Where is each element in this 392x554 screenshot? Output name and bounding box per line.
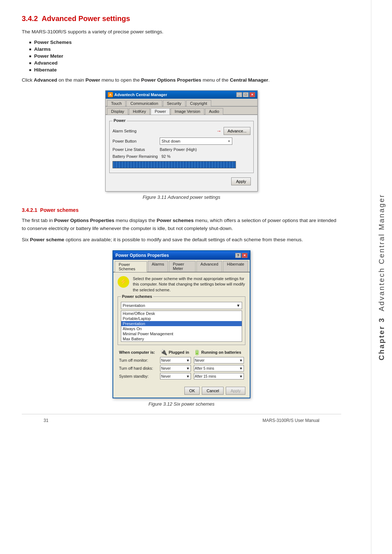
tab-image-version[interactable]: Image Version (171, 108, 204, 115)
monitor-battery-dropdown[interactable]: Never ▼ (194, 357, 244, 364)
alarm-setting-row: Alarm Setting → Advance... (113, 127, 250, 135)
dialog-footer: Apply (109, 175, 254, 188)
disks-plugged-dropdown[interactable]: Never ▼ (160, 365, 191, 372)
section-3421-para2: Six Power scheme options are available; … (22, 236, 341, 244)
power-close-button[interactable]: ✕ (242, 253, 248, 258)
tab-audio[interactable]: Audio (205, 108, 223, 115)
monitor-plugged-dropdown[interactable]: Never ▼ (160, 357, 191, 364)
power-tab-meter[interactable]: Power Meter (169, 261, 196, 272)
dialog-body: Power Alarm Setting → Advance... Power B… (106, 115, 257, 191)
scheme-item-minimal[interactable]: Minimal Power Management (121, 331, 242, 336)
power-ok-button[interactable]: OK (184, 387, 200, 395)
manual-title: MARS-3100R/S User Manual (262, 418, 319, 423)
power-dialog-intro: ⚡ Select the power scheme with the most … (118, 276, 245, 293)
power-schemes-group: Power schemes Presentation ▼ Home/Office… (118, 296, 245, 345)
power-titlebar-controls: ? ✕ (235, 253, 248, 258)
subheading-title: Power schemes (40, 207, 79, 213)
scheme-item-alwayson[interactable]: Always On (121, 326, 242, 331)
heading-title: Advanced Power settings (42, 15, 130, 22)
advantech-central-manager-dialog: A Advantech Central Manager _ □ ✕ Touch … (105, 90, 258, 192)
standby-label: System standby: (118, 372, 159, 380)
disks-label: Turn off hard disks: (118, 364, 159, 372)
power-dialog-body: ⚡ Select the power scheme with the most … (113, 272, 250, 384)
mini-dropdown-arrow-icon: ▼ (186, 358, 190, 362)
mini-dropdown-arrow-icon5: ▼ (186, 374, 190, 378)
col-header-battery: 🔋 Running on batteries (192, 348, 245, 356)
scheme-item-home[interactable]: Home/Office Desk (121, 311, 242, 316)
section-heading-3421: 3.4.2.1 Power schemes (22, 207, 341, 213)
list-item: Advanced (29, 60, 341, 66)
power-tab-hibernate[interactable]: Hibernate (223, 261, 248, 272)
section-heading-342: 3.4.2 Advanced Power settings (22, 15, 341, 23)
schemes-dropdown[interactable]: Presentation ▼ (121, 302, 242, 309)
schemes-list: Home/Office Desk Portable/Laptop Present… (121, 311, 242, 342)
power-group-box: Power Alarm Setting → Advance... Power B… (109, 121, 254, 173)
table-row-monitor: Turn off monitor: Never ▼ Never (118, 356, 245, 364)
tab-communication[interactable]: Communication (126, 100, 162, 106)
advance-button[interactable]: Advance... (224, 127, 250, 135)
list-item: Power Schemes (29, 40, 341, 45)
power-line-value: Battery Power (High) (160, 147, 197, 152)
disks-battery-dropdown[interactable]: After 5 mins ▼ (194, 365, 244, 372)
tab-security[interactable]: Security (163, 100, 185, 106)
apply-button[interactable]: Apply (231, 177, 251, 185)
scheme-item-portable[interactable]: Portable/Laptop (121, 316, 242, 321)
power-cancel-button[interactable]: Cancel (202, 387, 224, 395)
standby-battery-dropdown[interactable]: After 15 mins ▼ (194, 373, 244, 379)
tab-power[interactable]: Power (151, 108, 170, 115)
close-button[interactable]: ✕ (249, 92, 255, 97)
list-item: Alarms (29, 46, 341, 52)
dialog-tabs-row1: Touch Communication Security Copyright (106, 99, 257, 107)
scheme-item-maxbattery[interactable]: Max Battery (121, 336, 242, 341)
figure-3-11-caption: Figure 3.11 Advanced power settings (143, 194, 220, 200)
mini-dropdown-arrow-icon6: ▼ (239, 374, 243, 378)
power-intro-icon: ⚡ (118, 276, 129, 288)
mini-dropdown-arrow-icon3: ▼ (186, 366, 190, 370)
minimize-button[interactable]: _ (236, 92, 242, 97)
power-tab-schemes[interactable]: Power Schemes (115, 261, 147, 272)
power-apply-button[interactable]: Apply (226, 387, 245, 395)
dialog-titlebar: A Advantech Central Manager _ □ ✕ (106, 91, 257, 99)
chapter-sidebar-text: Chapter 3 Advantech Central Manager (377, 194, 386, 360)
tab-copyright[interactable]: Copyright (186, 100, 211, 106)
mini-dropdown-arrow-icon4: ▼ (239, 366, 243, 370)
tab-hotkey[interactable]: HotKey (129, 108, 150, 115)
help-button[interactable]: ? (235, 253, 241, 258)
scheme-item-presentation[interactable]: Presentation (121, 321, 242, 326)
titlebar-controls: _ □ ✕ (236, 92, 255, 97)
dialog-tabs-row2: Display HotKey Power Image Version Audio (106, 107, 257, 115)
power-button-dropdown[interactable]: Shut down ▼ (160, 138, 232, 145)
power-options-dialog: Power Options Properties ? ✕ Power Schem… (113, 250, 250, 398)
dropdown-arrow-icon: ▼ (228, 140, 230, 143)
power-settings-table: When computer is: 🔌 Plugged in 🔋 (118, 348, 245, 380)
table-row-standby: System standby: Never ▼ After 15 mins (118, 372, 245, 380)
col-header-plugged: 🔌 Plugged in (159, 348, 192, 356)
battery-remaining-value: 92 % (162, 154, 171, 159)
table-row-disks: Turn off hard disks: Never ▼ After 5 min… (118, 364, 245, 372)
intro-text: The MARS-3100R/S supports a variety of p… (22, 28, 341, 36)
figure-3-12-caption: Figure 3.12 Six power schemes (148, 401, 215, 407)
schemes-dropdown-arrow-icon: ▼ (236, 303, 240, 308)
standby-plugged-dropdown[interactable]: Never ▼ (160, 373, 191, 379)
battery-remaining-row: Battery Power Remaining 92 % (113, 154, 250, 159)
battery-remaining-label: Battery Power Remaining (113, 154, 158, 159)
col-header-when: When computer is: (118, 348, 159, 356)
list-item: Hibernate (29, 67, 341, 73)
tab-touch[interactable]: Touch (107, 100, 126, 106)
power-button-row: Power Button Shut down ▼ (113, 138, 250, 145)
feature-list: Power Schemes Alarms Power Meter Advance… (29, 40, 341, 73)
power-intro-text: Select the power scheme with the most ap… (133, 276, 245, 293)
maximize-button[interactable]: □ (243, 92, 249, 97)
section-3421-para1: The first tab in Power Options Propertie… (22, 217, 341, 232)
group-box-label: Power (113, 118, 127, 123)
power-line-label: Power Line Status (113, 147, 156, 152)
power-tab-alarms[interactable]: Alarms (148, 261, 168, 272)
power-line-row: Power Line Status Battery Power (High) (113, 147, 250, 152)
battery-progress-bar (113, 161, 236, 168)
app-icon: A (108, 92, 113, 97)
power-tab-advanced[interactable]: Advanced (196, 261, 222, 272)
heading-number: 3.4.2 (22, 15, 38, 22)
figure-3-12-container: Power Options Properties ? ✕ Power Schem… (22, 250, 341, 407)
tab-display[interactable]: Display (107, 108, 128, 115)
power-dialog-footer: OK Cancel Apply (113, 384, 250, 398)
